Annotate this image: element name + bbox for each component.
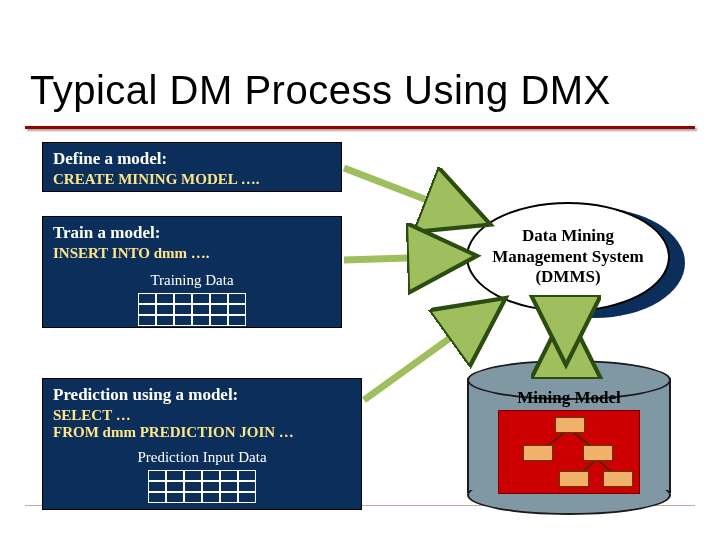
- tree-node: [523, 445, 553, 461]
- slide-title: Typical DM Process Using DMX: [30, 68, 611, 113]
- predict-code-1: SELECT …: [53, 407, 351, 424]
- training-data-label: Training Data: [53, 272, 331, 289]
- svg-line-5: [344, 256, 470, 260]
- prediction-input-label: Prediction Input Data: [53, 449, 351, 466]
- tree-node: [555, 417, 585, 433]
- prediction-input-table: [148, 470, 256, 503]
- box-predict: Prediction using a model: SELECT … FROM …: [42, 378, 362, 510]
- dmms-line3: (DMMS): [535, 267, 600, 286]
- define-heading: Define a model:: [53, 149, 331, 169]
- train-heading: Train a model:: [53, 223, 331, 243]
- dmms-line1: Data Mining: [522, 226, 614, 245]
- cylinder-label: Mining Model: [467, 388, 671, 408]
- tree-node: [583, 445, 613, 461]
- tree-node: [603, 471, 633, 487]
- box-train: Train a model: INSERT INTO dmm …. Traini…: [42, 216, 342, 328]
- train-code: INSERT INTO dmm ….: [53, 245, 331, 262]
- box-define: Define a model: CREATE MINING MODEL ….: [42, 142, 342, 192]
- model-tree-panel: [498, 410, 640, 494]
- dmms-oval: Data Mining Management System (DMMS): [466, 202, 670, 312]
- predict-code-2: FROM dmm PREDICTION JOIN …: [53, 424, 351, 441]
- dmms-line2: Management System: [492, 247, 644, 266]
- define-code: CREATE MINING MODEL ….: [53, 171, 331, 188]
- tree-node: [559, 471, 589, 487]
- training-data-table: [138, 293, 246, 326]
- svg-line-4: [344, 168, 484, 222]
- predict-heading: Prediction using a model:: [53, 385, 351, 405]
- title-underline: [25, 126, 695, 129]
